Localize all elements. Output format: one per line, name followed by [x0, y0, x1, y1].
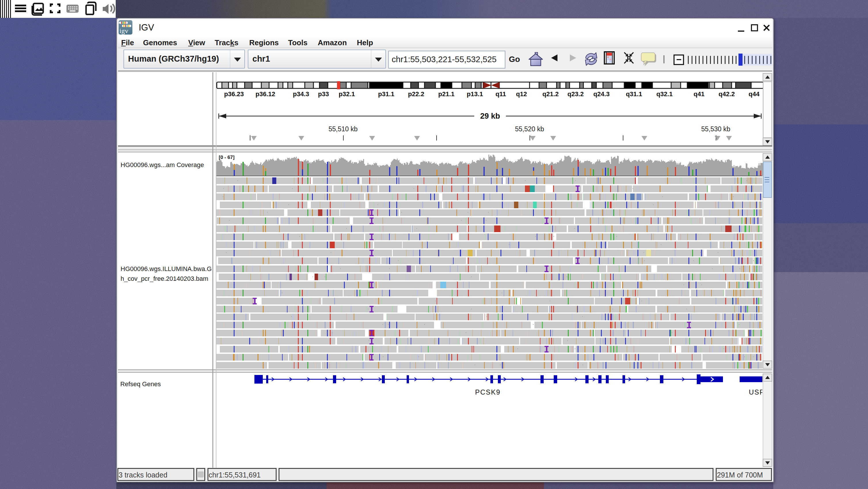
- svg-text:p22.2: p22.2: [408, 90, 424, 97]
- svg-text:p13.1: p13.1: [467, 90, 483, 97]
- svg-text:p21.1: p21.1: [438, 90, 455, 97]
- svg-text:q44: q44: [749, 90, 760, 97]
- svg-text:p31.1: p31.1: [378, 90, 394, 97]
- svg-text:PCSK9: PCSK9: [475, 388, 501, 396]
- svg-text:q31.1: q31.1: [626, 90, 642, 97]
- svg-text:55,520 kb: 55,520 kb: [515, 125, 544, 133]
- svg-text:q12: q12: [516, 90, 527, 97]
- svg-text:q32.1: q32.1: [656, 90, 673, 97]
- svg-text:55,530 kb: 55,530 kb: [701, 125, 730, 133]
- svg-text:igv: igv: [119, 27, 128, 34]
- svg-text:p34.3: p34.3: [293, 90, 309, 97]
- svg-text:q11: q11: [496, 90, 506, 97]
- svg-text:q21.2: q21.2: [542, 90, 559, 97]
- svg-text:p32.1: p32.1: [339, 90, 355, 97]
- svg-text:55,510 kb: 55,510 kb: [329, 125, 358, 133]
- svg-text:q41: q41: [693, 90, 705, 97]
- svg-text:29 kb: 29 kb: [480, 112, 500, 120]
- svg-text:p36.23: p36.23: [224, 90, 244, 97]
- svg-text:q42.2: q42.2: [719, 90, 735, 97]
- svg-text:q23.2: q23.2: [567, 90, 584, 97]
- svg-text:p33: p33: [318, 90, 329, 97]
- svg-text:p36.12: p36.12: [255, 90, 275, 97]
- svg-text:q24.3: q24.3: [593, 90, 610, 97]
